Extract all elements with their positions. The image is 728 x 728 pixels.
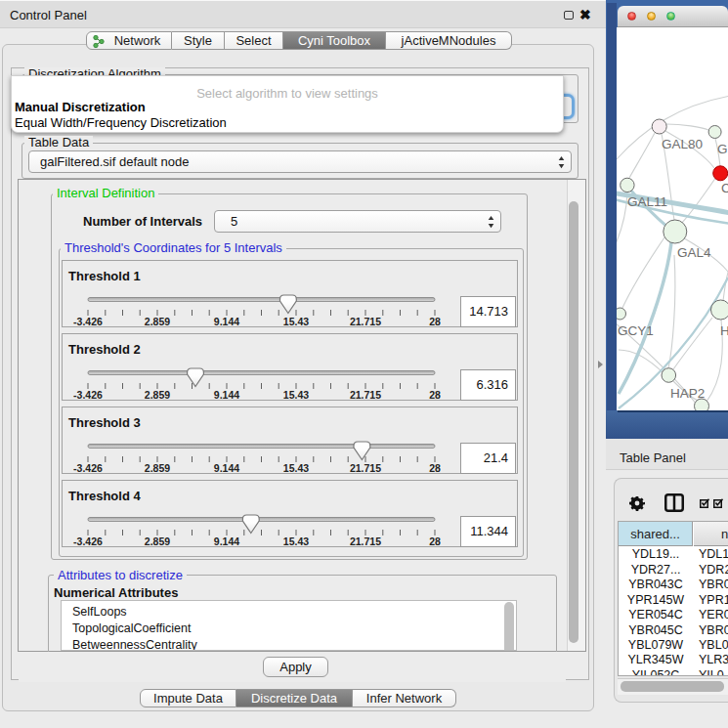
svg-text:GAL80: GAL80 <box>662 137 703 151</box>
svg-text:G.: G. <box>717 142 728 156</box>
svg-text:H: H <box>720 323 728 338</box>
svg-text:C: C <box>721 181 728 195</box>
svg-text:GAL4: GAL4 <box>677 245 711 260</box>
svg-text:GCY1: GCY1 <box>618 323 654 338</box>
svg-text:HAP2: HAP2 <box>670 386 705 401</box>
svg-text:GAL11: GAL11 <box>627 194 667 209</box>
